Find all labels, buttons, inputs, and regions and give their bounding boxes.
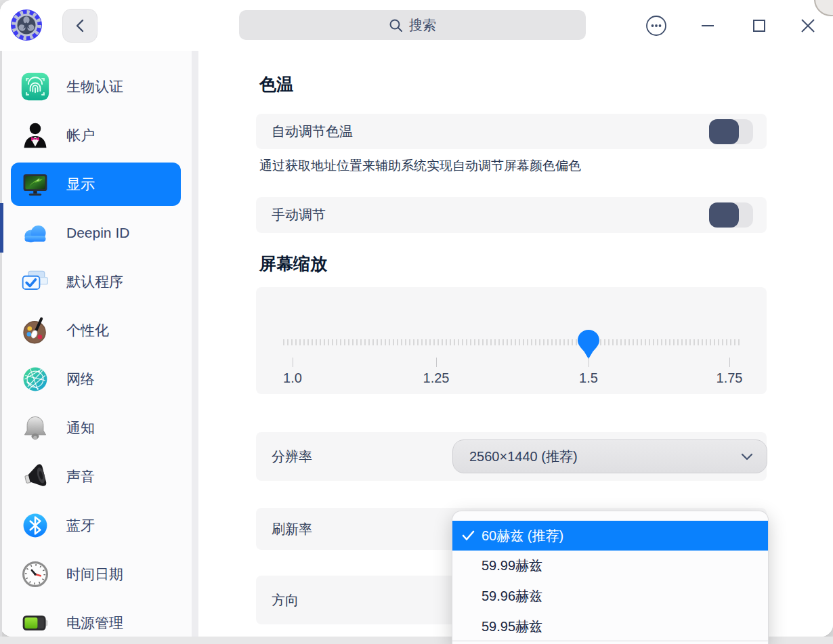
account-icon [20,121,50,150]
scaling-slider-track[interactable] [283,339,742,345]
sidebar-item-label: 个性化 [66,321,109,340]
personalization-icon [20,316,50,345]
auto-color-temp-label: 自动调节色温 [272,123,353,141]
color-temp-heading: 色温 [259,73,293,95]
sidebar-item-personalization[interactable]: 个性化 [11,309,181,352]
titlebar: 搜索 [0,0,833,51]
maximize-button[interactable] [747,14,771,38]
sidebar-item-label: 时间日期 [66,565,123,584]
refresh-option-59.99hz[interactable]: 59.99赫兹 [452,551,768,581]
left-edge-line [0,51,2,637]
sidebar-item-display[interactable]: 显示 [11,163,181,206]
search-icon [389,18,403,33]
sidebar-item-label: 显示 [66,175,95,194]
sidebar-item-sound[interactable]: 声音 [11,455,181,498]
sidebar-item-default-apps[interactable]: 默认程序 [11,260,181,303]
toggle-knob [709,119,739,144]
sidebar-item-accounts[interactable]: 帐户 [11,114,181,157]
network-icon [20,364,50,394]
sidebar-item-label: 帐户 [66,126,95,145]
tick-1.0 [293,358,293,367]
sidebar-item-label: 网络 [66,370,95,389]
tick-1.5 [589,358,589,367]
sidebar-item-notification[interactable]: 通知 [11,406,181,450]
refresh-option-60hz[interactable]: 60赫兹 (推荐) [452,521,768,551]
tick-label: 1.0 [265,370,320,386]
tick-1.25 [436,358,437,367]
refresh-option-label: 59.96赫兹 [482,587,542,605]
back-button[interactable] [62,9,98,43]
sidebar-item-biometric[interactable]: 生物认证 [11,65,181,108]
tick-label: 1.75 [702,370,756,386]
tick-1.75 [729,358,730,367]
bluetooth-icon [20,511,50,540]
control-center-logo-icon [10,9,43,41]
sidebar-item-label: 默认程序 [66,272,123,291]
refresh-rate-label: 刷新率 [272,520,312,538]
resolution-label: 分辨率 [272,448,312,466]
scaling-slider-handle[interactable] [577,329,600,360]
manual-adjust-toggle[interactable] [709,202,753,228]
sidebar-item-label: Deepin ID [66,225,129,241]
default-apps-icon [20,267,50,297]
fingerprint-icon [20,72,50,102]
refresh-option-59.96hz[interactable]: 59.96赫兹 [452,581,768,611]
resolution-row: 分辨率 2560×1440 (推荐) [256,432,767,481]
chevron-down-icon [741,453,753,460]
tick-label: 1.5 [561,370,616,386]
sidebar-item-label: 声音 [66,467,95,486]
auto-color-temp-description: 通过获取地址位置来辅助系统实现自动调节屏幕颜色偏色 [259,157,581,175]
refresh-rate-dropdown-menu: 60赫兹 (推荐) 59.99赫兹 59.96赫兹 59.95赫兹 [452,511,769,644]
manual-adjust-row: 手动调节 [256,197,767,233]
sidebar-item-power[interactable]: 电源管理 [11,601,181,637]
refresh-option-label: 59.99赫兹 [482,557,542,575]
ellipsis-menu-icon [645,15,667,37]
sidebar-item-deepin-id[interactable]: Deepin ID [11,211,181,255]
sidebar: 生物认证 帐户 [0,51,192,637]
orientation-label: 方向 [272,591,299,609]
check-icon [462,530,475,541]
clock-icon [20,559,50,589]
speaker-icon [20,462,50,492]
maximize-icon [751,18,767,34]
search-input[interactable]: 搜索 [239,10,586,40]
close-button[interactable] [796,14,820,38]
display-icon [20,169,50,199]
resolution-value: 2560×1440 (推荐) [469,448,741,466]
sidebar-item-label: 电源管理 [66,614,123,632]
sidebar-item-label: 蓝牙 [66,516,95,535]
manual-adjust-label: 手动调节 [272,206,326,224]
refresh-option-label: 60赫兹 (推荐) [482,527,563,545]
sidebar-item-datetime[interactable]: 时间日期 [11,553,181,596]
popup-divider [452,641,768,641]
toggle-knob [709,202,739,228]
close-icon [799,17,817,35]
tick-label: 1.25 [409,370,463,386]
notification-bell-icon [20,413,50,443]
window-menu-button[interactable] [644,14,668,38]
left-edge-blue-artifact [0,203,3,253]
sidebar-item-bluetooth[interactable]: 蓝牙 [11,504,181,547]
refresh-option-59.95hz[interactable]: 59.95赫兹 [452,611,768,642]
chevron-left-icon [74,18,85,33]
search-placeholder: 搜索 [409,16,436,35]
resolution-dropdown[interactable]: 2560×1440 (推荐) [452,439,767,473]
battery-icon [20,608,50,637]
minimize-button[interactable] [696,14,720,38]
sidebar-divider [192,51,198,637]
sidebar-item-network[interactable]: 网络 [11,358,181,401]
scaling-heading: 屏幕缩放 [259,253,327,275]
auto-color-temp-toggle[interactable] [709,119,753,144]
refresh-option-label: 59.95赫兹 [482,618,542,636]
cloud-icon [20,218,50,248]
sidebar-item-label: 生物认证 [66,77,123,96]
minimize-icon [700,18,716,34]
auto-color-temp-row: 自动调节色温 [256,114,767,149]
sidebar-item-label: 通知 [66,418,95,437]
